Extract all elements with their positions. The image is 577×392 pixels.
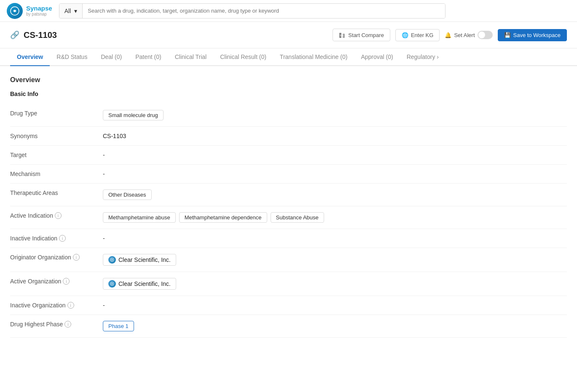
mechanism-row: Mechanism - [10, 165, 567, 184]
active-org-label: Active Organization i [10, 278, 103, 285]
logo-title: Synapse [26, 5, 52, 12]
target-value: - [103, 152, 567, 158]
originator-org-info-icon[interactable]: i [73, 254, 80, 261]
tab-approval[interactable]: Approval (0) [354, 48, 400, 66]
active-org-name[interactable]: Clear Scientific, Inc. [118, 280, 171, 287]
tab-rd-status[interactable]: R&D Status [50, 48, 94, 66]
save-workspace-label: Save to Workspace [513, 32, 561, 38]
active-indication-row: Active Indication i Methamphetamine abus… [10, 206, 567, 229]
drug-highest-phase-label: Drug Highest Phase i [10, 321, 103, 328]
svg-point-8 [112, 283, 113, 285]
active-org-info-icon[interactable]: i [63, 278, 70, 285]
active-org-value: Clear Scientific, Inc. [103, 278, 567, 290]
therapeutic-areas-tag: Other Diseases [103, 189, 152, 200]
alert-toggle[interactable] [478, 31, 493, 39]
tabs-bar: Overview R&D Status Deal (0) Patent (0) … [0, 48, 577, 66]
dropdown-label: All [64, 8, 71, 14]
tab-overview[interactable]: Overview [10, 48, 50, 66]
drug-type-tag: Small molecule drug [103, 110, 164, 120]
tab-clinical-trial[interactable]: Clinical Trial [168, 48, 213, 66]
therapeutic-areas-label: Therapeutic Areas [10, 189, 103, 196]
active-org-tag: Clear Scientific, Inc. [103, 278, 176, 290]
drug-highest-phase-row: Drug Highest Phase i Phase 1 [10, 315, 567, 338]
tab-translational-medicine[interactable]: Translational Medicine (0) [273, 48, 354, 66]
active-indication-info-icon[interactable]: i [55, 212, 62, 219]
inactive-org-label: Inactive Organization i [10, 302, 103, 309]
save-to-workspace-button[interactable]: 💾 Save to Workspace [498, 29, 567, 41]
drug-actions: U5 Start Compare 🌐 Enter KG 🔔 Set Alert … [333, 29, 567, 41]
drug-type-row: Drug Type Small molecule drug [10, 104, 567, 127]
originator-org-row: Originator Organization i Clear Scientif… [10, 248, 567, 272]
mechanism-label: Mechanism [10, 171, 103, 177]
compare-icon: U5 [339, 32, 346, 38]
start-compare-label: Start Compare [348, 32, 384, 38]
svg-point-6 [112, 259, 113, 261]
originator-org-label: Originator Organization i [10, 254, 103, 261]
content-area: Overview Basic Info Drug Type Small mole… [0, 66, 577, 348]
tab-regulatory[interactable]: Regulatory › [400, 48, 445, 66]
indication-tag-1: Methamphetamine abuse [103, 212, 176, 223]
synonyms-label: Synonyms [10, 133, 103, 139]
synonyms-value: CS-1103 [103, 133, 567, 139]
logo: Synapse by patsnap [7, 3, 52, 19]
therapeutic-areas-row: Therapeutic Areas Other Diseases [10, 184, 567, 206]
inactive-indication-value: - [103, 235, 567, 242]
originator-org-name[interactable]: Clear Scientific, Inc. [118, 256, 171, 263]
tab-patent[interactable]: Patent (0) [129, 48, 168, 66]
drug-name: CS-1103 [24, 30, 57, 40]
target-row: Target - [10, 146, 567, 165]
inactive-indication-row: Inactive Indication i - [10, 229, 567, 248]
enter-kg-label: Enter KG [411, 32, 433, 38]
indication-tag-2: Methamphetamine dependence [179, 212, 267, 223]
drug-type-label: Drug Type [10, 110, 103, 117]
enter-kg-button[interactable]: 🌐 Enter KG [395, 29, 440, 41]
set-alert-label: Set Alert [454, 32, 475, 38]
logo-icon [7, 3, 23, 19]
start-compare-button[interactable]: U5 Start Compare [333, 29, 390, 41]
org-avatar-1 [108, 256, 116, 264]
tab-clinical-result[interactable]: Clinical Result (0) [213, 48, 273, 66]
alert-icon: 🔔 [445, 32, 451, 38]
logo-subtitle: by patsnap [26, 12, 52, 16]
drug-highest-phase-info-icon[interactable]: i [64, 321, 71, 328]
synonyms-row: Synonyms CS-1103 [10, 127, 567, 146]
phase-tag: Phase 1 [103, 321, 134, 331]
chevron-down-icon: ▾ [74, 8, 77, 14]
top-navigation: Synapse by patsnap All ▾ [0, 0, 577, 22]
tab-deal[interactable]: Deal (0) [94, 48, 129, 66]
set-alert-area: 🔔 Set Alert [445, 31, 492, 39]
mechanism-value: - [103, 171, 567, 177]
inactive-org-info-icon[interactable]: i [67, 302, 74, 309]
inactive-indication-label: Inactive Indication i [10, 235, 103, 242]
inactive-indication-info-icon[interactable]: i [59, 235, 66, 242]
workspace-icon: 💾 [504, 32, 511, 38]
kg-icon: 🌐 [402, 32, 408, 38]
section-title: Overview [10, 76, 567, 84]
therapeutic-areas-value: Other Diseases [103, 189, 567, 200]
svg-point-1 [14, 10, 16, 12]
search-input[interactable] [83, 3, 445, 19]
target-label: Target [10, 152, 103, 158]
originator-org-tag: Clear Scientific, Inc. [103, 254, 176, 266]
drug-link-icon: 🔗 [10, 30, 19, 40]
drug-type-value: Small molecule drug [103, 110, 567, 120]
indication-tag-3: Substance Abuse [271, 212, 324, 223]
drug-highest-phase-value: Phase 1 [103, 321, 567, 331]
originator-org-value: Clear Scientific, Inc. [103, 254, 567, 266]
active-indication-label: Active Indication i [10, 212, 103, 219]
basic-info-title: Basic Info [10, 91, 567, 97]
org-avatar-2 [108, 280, 116, 288]
inactive-org-value: - [103, 302, 567, 309]
active-indication-value: Methamphetamine abuse Methamphetamine de… [103, 212, 567, 223]
svg-text:U5: U5 [340, 34, 344, 37]
inactive-org-row: Inactive Organization i - [10, 296, 567, 315]
toggle-knob [478, 32, 485, 38]
search-bar: All ▾ [59, 3, 446, 19]
drug-header: 🔗 CS-1103 U5 Start Compare 🌐 Enter KG 🔔 … [0, 22, 577, 48]
active-org-row: Active Organization i Clear Scientific, … [10, 272, 567, 296]
search-category-dropdown[interactable]: All ▾ [59, 4, 83, 18]
